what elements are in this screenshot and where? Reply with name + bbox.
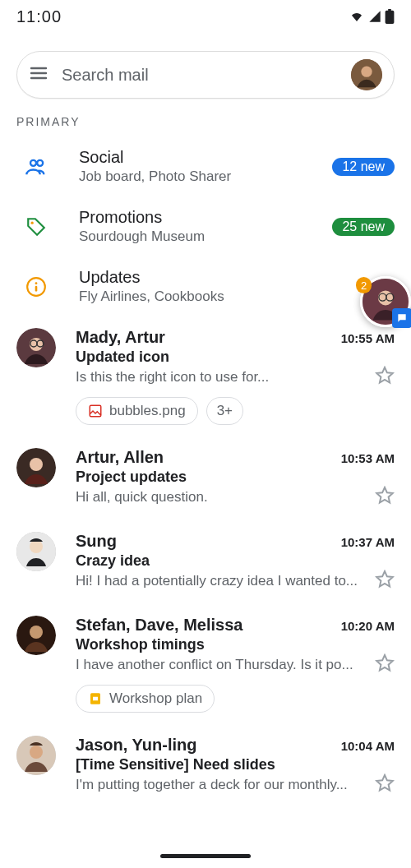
sender-avatar[interactable] (16, 616, 56, 655)
attachment-more-chip[interactable]: 3+ (206, 397, 243, 425)
category-social[interactable]: Social Job board, Photo Sharer 12 new (0, 136, 411, 196)
sender-avatar[interactable] (16, 448, 56, 487)
email-item[interactable]: Artur, Allen 10:53 AM Project updates Hi… (0, 436, 411, 520)
attachment-chip[interactable]: Workshop plan (76, 685, 215, 713)
email-item[interactable]: Jason, Yun-ling 10:04 AM [Time Sensitive… (0, 724, 411, 808)
svg-point-15 (30, 458, 43, 471)
svg-point-25 (378, 290, 393, 305)
info-icon (16, 276, 56, 298)
badge-new: 25 new (332, 218, 395, 236)
email-time: 10:37 AM (341, 535, 395, 549)
svg-rect-13 (90, 405, 101, 417)
email-time: 10:53 AM (341, 451, 395, 465)
chat-head-badge: 2 (356, 277, 372, 293)
category-updates[interactable]: Updates Fly Airlines, Cookbooks (0, 256, 411, 316)
battery-icon (385, 9, 395, 24)
status-icons (349, 9, 395, 24)
email-subject: Crazy idea (76, 552, 395, 570)
badge-new: 12 new (332, 158, 395, 176)
menu-icon[interactable] (29, 63, 48, 86)
star-icon[interactable] (375, 653, 395, 676)
svg-point-17 (30, 540, 43, 553)
email-subject: Updated icon (76, 349, 395, 366)
category-subtitle: Sourdough Museum (79, 229, 309, 245)
chip-label: 3+ (217, 403, 233, 419)
email-snippet: Hi all, quick question. (76, 489, 367, 506)
attachment-chips: bubbles.png 3+ (76, 397, 395, 425)
image-icon (88, 404, 103, 418)
email-body: Sung 10:37 AM Crazy idea Hi! I had a pot… (76, 532, 395, 593)
attachment-chip[interactable]: bubbles.png (76, 397, 198, 425)
sender-avatar[interactable] (16, 328, 56, 367)
slides-icon (88, 691, 103, 706)
star-icon[interactable] (375, 486, 395, 509)
category-text: Updates Fly Airlines, Cookbooks (79, 268, 395, 305)
email-snippet: Is this the right icon to use for... (76, 369, 367, 386)
star-icon[interactable] (375, 366, 395, 389)
chat-head[interactable]: 2 (360, 276, 411, 327)
email-time: 10:20 AM (341, 619, 395, 633)
category-title: Updates (79, 268, 395, 287)
email-body: Mady, Artur 10:55 AM Updated icon Is thi… (76, 328, 395, 425)
sender-avatar[interactable] (16, 532, 56, 571)
status-time: 11:00 (16, 7, 62, 26)
email-item[interactable]: Mady, Artur 10:55 AM Updated icon Is thi… (0, 316, 411, 436)
search-input[interactable] (62, 66, 338, 85)
account-avatar[interactable] (351, 59, 382, 90)
star-icon[interactable] (375, 570, 395, 593)
svg-point-4 (361, 67, 372, 77)
status-bar: 11:00 (0, 0, 411, 33)
email-item[interactable]: Stefan, Dave, Melissa 10:20 AM Workshop … (0, 604, 411, 724)
email-body: Jason, Yun-ling 10:04 AM [Time Sensitive… (76, 736, 395, 796)
wifi-icon (349, 10, 365, 23)
category-title: Promotions (79, 208, 309, 227)
email-subject: Workshop timings (76, 636, 395, 653)
email-item[interactable]: Sung 10:37 AM Crazy idea Hi! I had a pot… (0, 520, 411, 604)
email-snippet: Hi! I had a potentially crazy idea I wan… (76, 573, 367, 589)
searchbar-container (0, 33, 411, 107)
svg-point-23 (30, 746, 43, 759)
people-icon (16, 155, 56, 178)
signal-icon (367, 10, 382, 23)
star-icon[interactable] (375, 773, 395, 796)
svg-point-5 (31, 221, 34, 224)
category-text: Promotions Sourdough Museum (79, 208, 309, 245)
chip-label: bubbles.png (109, 403, 186, 419)
email-body: Stefan, Dave, Melissa 10:20 AM Workshop … (76, 616, 395, 713)
tag-icon (16, 216, 56, 238)
email-sender: Stefan, Dave, Melissa (76, 616, 242, 635)
email-sender: Sung (76, 532, 117, 551)
category-title: Social (79, 148, 309, 167)
category-promotions[interactable]: Promotions Sourdough Museum 25 new (0, 196, 411, 256)
email-snippet: I have another conflict on Thursday. Is … (76, 657, 367, 673)
svg-rect-21 (93, 697, 98, 701)
email-subject: [Time Sensitive] Need slides (76, 756, 395, 773)
email-snippet: I'm putting together a deck for our mont… (76, 777, 367, 793)
category-subtitle: Job board, Photo Sharer (79, 169, 309, 185)
searchbar[interactable] (16, 51, 395, 99)
section-label-primary: PRIMARY (0, 107, 411, 136)
chip-label: Workshop plan (109, 690, 202, 707)
svg-point-19 (30, 626, 43, 639)
email-sender: Artur, Allen (76, 448, 164, 467)
email-body: Artur, Allen 10:53 AM Project updates Hi… (76, 448, 395, 509)
email-sender: Jason, Yun-ling (76, 736, 196, 755)
email-time: 10:04 AM (341, 739, 395, 753)
home-indicator[interactable] (160, 854, 251, 858)
sender-avatar[interactable] (16, 736, 56, 775)
email-time: 10:55 AM (341, 331, 395, 345)
attachment-chips: Workshop plan (76, 685, 395, 713)
email-sender: Mady, Artur (76, 328, 165, 347)
email-subject: Project updates (76, 469, 395, 486)
messages-icon (392, 308, 411, 328)
category-text: Social Job board, Photo Sharer (79, 148, 309, 185)
category-subtitle: Fly Airlines, Cookbooks (79, 289, 395, 305)
